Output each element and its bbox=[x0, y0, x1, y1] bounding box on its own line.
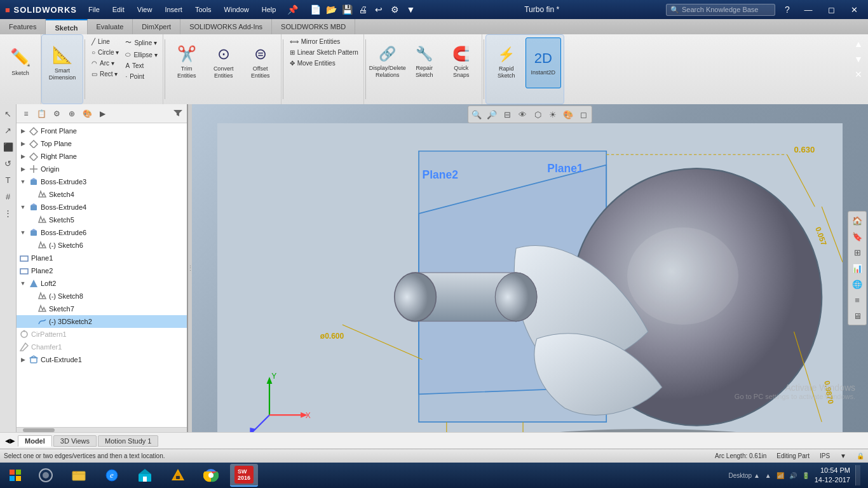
tab-addins[interactable]: SOLIDWORKS Add-Ins bbox=[180, 19, 272, 34]
ellipse-btn[interactable]: ⬭Ellipse ▾ bbox=[123, 50, 159, 60]
scroll-right-btn[interactable]: ▶ bbox=[10, 437, 15, 444]
menu-view[interactable]: View bbox=[131, 0, 159, 19]
ribbon-collapse-btn[interactable]: ▲ bbox=[851, 37, 865, 51]
tree-item-front-plane[interactable]: ▶ Front Plane bbox=[17, 125, 187, 137]
spline-btn[interactable]: 〜Spline ▾ bbox=[123, 37, 159, 48]
qa-new[interactable]: 📄 bbox=[308, 3, 322, 17]
vp-display-btn[interactable]: ◻ bbox=[576, 107, 590, 121]
expand-right-plane[interactable]: ▶ bbox=[19, 152, 27, 160]
tab-mbd[interactable]: SOLIDWORKS MBD bbox=[272, 19, 355, 34]
viewport[interactable]: 🔍 🔎 ⊟ 👁 ⬡ ☀ 🎨 ◻ bbox=[192, 104, 868, 432]
qa-more[interactable]: ▼ bbox=[403, 3, 417, 17]
tree-item-cirpattern1[interactable]: CirPattern1 bbox=[17, 328, 187, 341]
quick-snaps-button[interactable]: 🧲 Quick Snaps bbox=[444, 37, 479, 88]
sketch-button[interactable]: ✏️ Sketch bbox=[3, 37, 38, 88]
line-btn[interactable]: ╱Line bbox=[89, 37, 121, 46]
vp-view-btn[interactable]: 👁 bbox=[515, 107, 529, 121]
tree-item-chamfer1[interactable]: Chamfer1 bbox=[17, 341, 187, 353]
taskbar-explorer-btn[interactable] bbox=[65, 464, 93, 487]
vp-table-icon[interactable]: ⊞ bbox=[850, 245, 864, 259]
vp-section-btn[interactable]: ⊟ bbox=[500, 107, 514, 121]
tree-item-loft2[interactable]: ▼ Loft2 bbox=[17, 277, 187, 290]
tree-item-sketch6[interactable]: (-) Sketch6 bbox=[17, 239, 187, 252]
vp-graph-icon[interactable]: 📊 bbox=[850, 261, 864, 275]
vp-materials-btn[interactable]: 🎨 bbox=[561, 107, 575, 121]
tree-color-btn[interactable]: 🎨 bbox=[80, 107, 94, 121]
tree-item-boss-extrude3[interactable]: ▼ Boss-Extrude3 bbox=[17, 175, 187, 188]
menu-file[interactable]: File bbox=[82, 0, 106, 19]
hscroll-thumb[interactable] bbox=[23, 428, 55, 432]
linear-pattern-button[interactable]: ⊞ Linear Sketch Pattern bbox=[287, 48, 361, 57]
search-box[interactable]: 🔍 bbox=[666, 4, 775, 16]
left-icon-arrow[interactable]: ↖ bbox=[1, 107, 15, 121]
tab-evaluate[interactable]: Evaluate bbox=[88, 19, 133, 34]
left-icon-more[interactable]: ⋮ bbox=[1, 206, 15, 220]
text-btn[interactable]: AText bbox=[123, 61, 159, 71]
expand-boss4[interactable]: ▼ bbox=[19, 203, 27, 211]
menu-insert[interactable]: Insert bbox=[158, 0, 189, 19]
vp-lights-btn[interactable]: ☀ bbox=[546, 107, 560, 121]
tree-list-btn[interactable]: ≡ bbox=[19, 107, 33, 121]
tree-item-3dsketch2[interactable]: (-) 3DSketch2 bbox=[17, 315, 187, 328]
mirror-entities-button[interactable]: ⟺ Mirror Entities bbox=[287, 37, 361, 46]
arc-btn[interactable]: ◠Arc ▾ bbox=[89, 58, 121, 68]
tree-item-origin[interactable]: ▶ Origin bbox=[17, 163, 187, 175]
left-icon-rotate[interactable]: ↺ bbox=[1, 156, 15, 170]
tray-up-arrow[interactable]: ▲ bbox=[765, 472, 771, 479]
tree-props-btn[interactable]: 📋 bbox=[34, 107, 48, 121]
repair-sketch-button[interactable]: 🔧 Repair Sketch bbox=[407, 37, 442, 88]
qa-save[interactable]: 💾 bbox=[340, 3, 354, 17]
search-input[interactable] bbox=[682, 6, 771, 13]
taskbar-solidworks-btn[interactable]: SW2016 bbox=[230, 464, 258, 487]
tab-3d-views[interactable]: 3D Views bbox=[53, 435, 97, 447]
tree-plus-btn[interactable]: ⊕ bbox=[65, 107, 79, 121]
show-desktop-btn[interactable] bbox=[855, 465, 860, 485]
tree-item-plane1[interactable]: Plane1 bbox=[17, 252, 187, 264]
start-button[interactable] bbox=[3, 463, 28, 488]
tree-item-boss-extrude4[interactable]: ▼ Boss-Extrude4 bbox=[17, 201, 187, 214]
taskbar-cortana[interactable] bbox=[32, 464, 60, 487]
tree-hscroll[interactable] bbox=[17, 427, 187, 432]
vp-zoom-btn[interactable]: 🔎 bbox=[485, 107, 499, 121]
ribbon-close-btn[interactable]: ✕ bbox=[851, 67, 865, 81]
units-dropdown[interactable]: ▼ bbox=[840, 452, 846, 459]
expand-top-plane[interactable]: ▶ bbox=[19, 140, 27, 147]
menu-window[interactable]: Window bbox=[218, 0, 255, 19]
taskbar-ie-btn[interactable]: e bbox=[98, 464, 126, 487]
restore-btn[interactable]: ◻ bbox=[822, 3, 840, 16]
trim-entities-button[interactable]: ✂️ Trim Entities bbox=[169, 37, 205, 88]
minimize-btn[interactable]: — bbox=[799, 3, 817, 16]
tree-item-boss-extrude6[interactable]: ▼ Boss-Extrude6 bbox=[17, 226, 187, 239]
point-btn[interactable]: ·Point bbox=[123, 72, 159, 81]
qa-print[interactable]: 🖨 bbox=[356, 3, 370, 17]
expand-loft2[interactable]: ▼ bbox=[19, 280, 27, 287]
help-btn[interactable]: ? bbox=[780, 3, 794, 17]
tree-item-sketch4[interactable]: Sketch4 bbox=[17, 188, 187, 201]
pin-icon[interactable]: 📌 bbox=[287, 4, 298, 15]
tab-motion-study[interactable]: Motion Study 1 bbox=[98, 435, 158, 447]
expand-boss3[interactable]: ▼ bbox=[19, 178, 27, 186]
qa-settings[interactable]: ⚙ bbox=[388, 3, 402, 17]
tab-features[interactable]: Features bbox=[0, 19, 46, 34]
smart-dimension-button[interactable]: 📐 Smart Dimension bbox=[44, 37, 80, 88]
tree-item-cut-extrude1[interactable]: ▶ Cut-Extrude1 bbox=[17, 353, 187, 366]
left-icon-text[interactable]: T bbox=[1, 173, 15, 187]
vp-render-btn[interactable]: ⬡ bbox=[531, 107, 545, 121]
vp-globe-icon[interactable]: 🌐 bbox=[850, 277, 864, 291]
left-icon-dim[interactable]: # bbox=[1, 189, 15, 203]
expand-cut1[interactable]: ▶ bbox=[19, 356, 27, 363]
taskbar-store-btn[interactable] bbox=[131, 464, 159, 487]
display-delete-relations-button[interactable]: 🔗 Display/Delete Relations bbox=[370, 37, 405, 88]
tree-expand-btn[interactable]: ▶ bbox=[95, 107, 109, 121]
rect-btn[interactable]: ▭Rect ▾ bbox=[89, 69, 121, 79]
circle-btn[interactable]: ○Circle ▾ bbox=[89, 48, 121, 57]
model-view[interactable]: Plane2 Plane1 0.630 bbox=[217, 123, 843, 432]
taskbar-show-desktop[interactable]: Desktop ▲ bbox=[728, 472, 759, 479]
offset-entities-button[interactable]: ⊜ Offset Entities bbox=[243, 37, 278, 88]
tree-item-sketch7[interactable]: Sketch7 bbox=[17, 302, 187, 315]
expand-origin[interactable]: ▶ bbox=[19, 165, 27, 173]
convert-entities-button[interactable]: ⊙ Convert Entities bbox=[206, 37, 241, 88]
expand-boss6[interactable]: ▼ bbox=[19, 229, 27, 236]
tab-sketch[interactable]: Sketch bbox=[46, 19, 87, 34]
qa-open[interactable]: 📂 bbox=[324, 3, 338, 17]
